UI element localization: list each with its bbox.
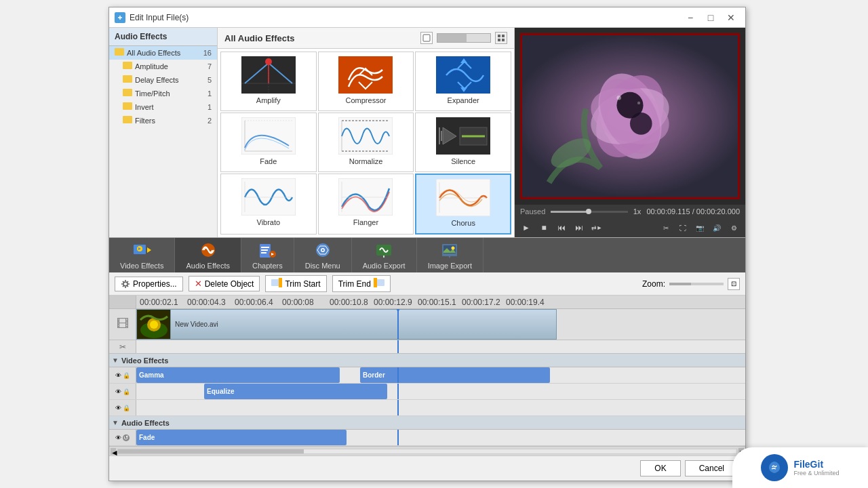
trim-end-button[interactable]: Trim End [332, 275, 391, 292]
effect-item-amplify[interactable]: Amplify [220, 52, 317, 111]
effect-item-vibrato[interactable]: Vibrato [220, 174, 317, 235]
trim-end-label: Trim End [338, 279, 371, 289]
toolbar-video-effects[interactable]: Video Effects [109, 238, 175, 272]
lock-toggle-empty[interactable]: 🔒 [123, 405, 130, 411]
toolbar-image-export-label: Image Export [428, 262, 472, 270]
tree-item-invert[interactable]: Invert 1 [109, 100, 217, 114]
properties-button[interactable]: Properties... [115, 277, 183, 291]
svg-rect-19 [338, 117, 393, 155]
playhead[interactable] [397, 309, 399, 340]
svg-rect-35 [436, 179, 490, 216]
film-icon: 🎞 [117, 317, 129, 331]
delete-object-button[interactable]: ✕ Delete Object [189, 276, 260, 291]
clip-thumbnail [137, 310, 171, 339]
lock-toggle-gamma[interactable]: 🔒 [123, 372, 130, 379]
audio-effects-collapse-icon[interactable]: ▼ [112, 419, 119, 426]
tree-item-timepitch[interactable]: Time/Pitch 1 [109, 87, 217, 100]
horizontal-scrollbar[interactable]: ◄ ► [109, 446, 745, 455]
fullscreen-icon[interactable]: ⛶ [675, 220, 690, 235]
effect-item-expander[interactable]: Expander [415, 52, 511, 111]
zoom-slider[interactable] [669, 283, 724, 285]
timeline-area: 00:00:02.1 00:00:04.3 00:00:06.4 00:00:0… [109, 296, 745, 455]
disc-menu-icon [313, 241, 332, 260]
delete-label: Delete Object [205, 279, 254, 289]
stop-button[interactable]: ■ [536, 220, 551, 235]
visibility-toggle-equalize[interactable]: 👁 [115, 388, 121, 395]
equalize-track-controls: 👁 🔒 [109, 384, 136, 399]
folder-icon [123, 116, 132, 125]
trim-start-button[interactable]: Trim Start [265, 275, 326, 292]
tree-item-delay-effects[interactable]: Delay Effects 5 [109, 73, 217, 87]
svg-rect-56 [261, 249, 268, 251]
equalize-label: Equalize [207, 388, 235, 395]
svg-marker-70 [448, 256, 451, 258]
effect-item-chorus[interactable]: Chorus [415, 174, 511, 235]
effect-item-fade[interactable]: Fade [220, 113, 317, 172]
view-toggle-grid[interactable] [495, 32, 507, 44]
chapters-icon [258, 241, 277, 260]
toolbar-chapters[interactable]: Chapters [241, 238, 294, 272]
border-bar[interactable]: Border [360, 367, 550, 383]
fade-track-icon[interactable]: ↺ [123, 434, 130, 441]
hscroll-left[interactable]: ◄ [111, 448, 116, 455]
maximize-button[interactable]: □ [702, 11, 719, 24]
playhead-fade [397, 430, 399, 445]
ok-button[interactable]: OK [640, 460, 680, 476]
lock-toggle-equalize[interactable]: 🔒 [123, 388, 130, 395]
hscroll-thumb[interactable] [118, 449, 304, 453]
toolbar-audio-export[interactable]: Audio Export [352, 238, 417, 272]
minimize-button[interactable]: − [682, 11, 699, 24]
properties-bar: Properties... ✕ Delete Object Trim Start… [109, 272, 745, 296]
filegit-text: FileGit Free & Unlimited [793, 459, 839, 476]
view-toggle-list[interactable] [420, 32, 433, 44]
visibility-toggle-fade[interactable]: 👁 [115, 434, 121, 441]
camera-icon[interactable]: 📷 [692, 220, 707, 235]
tree-item-count: 5 [208, 76, 212, 84]
preview-progress-slider[interactable] [551, 211, 627, 213]
tree-item-all-audio-effects[interactable]: All Audio Effects 16 [109, 46, 217, 60]
play-button[interactable]: ► [519, 220, 534, 235]
prev-button[interactable]: ⏮ [554, 220, 569, 235]
toolbar-image-export[interactable]: Image Export [417, 238, 484, 272]
svg-point-62 [321, 249, 323, 251]
svg-point-48 [637, 102, 640, 104]
gamma-track-controls: 👁 🔒 [109, 367, 136, 383]
trim-start-icon [271, 278, 282, 289]
size-slider[interactable] [437, 33, 491, 43]
top-section: Audio Effects All Audio Effects 16 Ampli… [109, 28, 745, 238]
ruler-mark-1: 00:00:02.1 [140, 298, 178, 307]
equalize-bar[interactable]: Equalize [204, 384, 387, 399]
folder-icon [123, 62, 132, 71]
svg-rect-4 [498, 39, 500, 41]
video-effects-collapse-icon[interactable]: ▼ [112, 357, 119, 364]
cancel-button[interactable]: Cancel [685, 460, 738, 476]
zoom-fit-button[interactable]: ⊡ [728, 278, 740, 290]
clip-label: New Video.avi [171, 319, 222, 329]
tree-item-filters[interactable]: Filters 2 [109, 114, 217, 127]
effect-item-normalize[interactable]: Normalize [318, 113, 414, 172]
volume-icon[interactable]: 🔊 [709, 220, 724, 235]
next-button[interactable]: ⏭ [572, 220, 587, 235]
fade-bar[interactable]: Fade [136, 430, 347, 445]
toolbar-disc-menu[interactable]: Disc Menu [294, 238, 352, 272]
tree-item-amplitude[interactable]: Amplitude 7 [109, 60, 217, 73]
scissors-icon[interactable]: ✂ [658, 220, 673, 235]
effect-item-compressor[interactable]: Compressor [318, 52, 414, 111]
loop-button[interactable]: ⇄► [589, 220, 604, 235]
empty-track-row: 👁 🔒 [109, 400, 745, 416]
title-bar: Edit Input File(s) − □ ✕ [109, 7, 745, 28]
visibility-toggle-empty[interactable]: 👁 [115, 405, 121, 411]
settings-icon[interactable]: ⚙ [726, 220, 741, 235]
fade-track-controls: 👁 ↺ [109, 430, 136, 445]
visibility-toggle-gamma[interactable]: 👁 [115, 372, 121, 379]
main-toolbar: Video Effects Audio Effects [109, 238, 745, 272]
hscroll-track[interactable] [117, 449, 737, 454]
gamma-bar[interactable]: Gamma [136, 367, 340, 383]
toolbar-audio-effects[interactable]: Audio Effects [175, 238, 241, 272]
folder-icon [123, 102, 132, 112]
audio-effects-icon [199, 241, 218, 260]
video-clip[interactable]: New Video.avi [136, 309, 557, 340]
effect-item-flanger[interactable]: Flanger [318, 174, 414, 235]
close-button[interactable]: ✕ [722, 11, 740, 24]
effect-item-silence[interactable]: Silence [415, 113, 511, 172]
